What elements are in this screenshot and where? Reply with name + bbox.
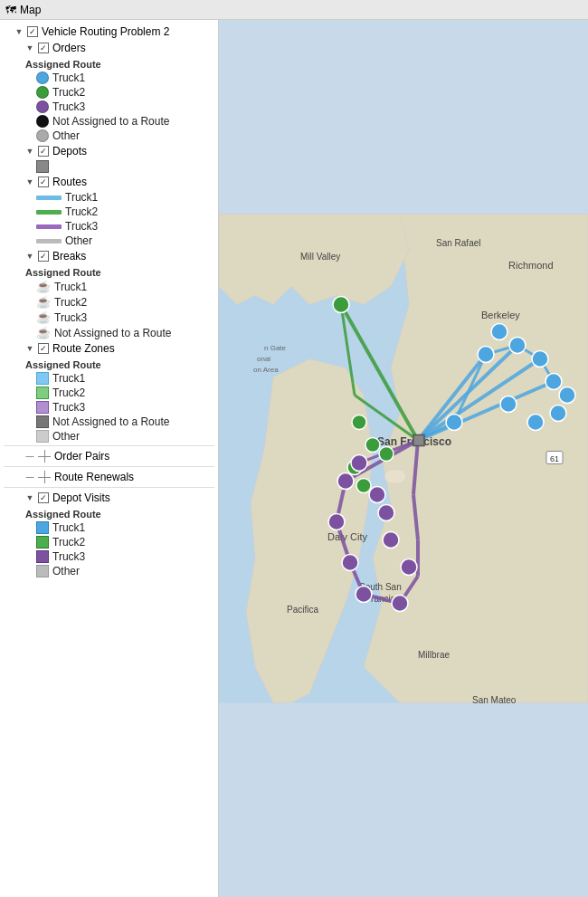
breaks-expand-arrow: ▼ bbox=[25, 252, 34, 261]
svg-text:on Area: on Area bbox=[253, 366, 279, 374]
orders-label: Orders bbox=[52, 42, 86, 54]
dv-truck1-label: Truck1 bbox=[52, 521, 85, 534]
svg-text:Richmond: Richmond bbox=[508, 260, 554, 271]
svg-text:Pacifica: Pacifica bbox=[287, 605, 318, 615]
svg-rect-65 bbox=[413, 435, 424, 446]
map-area[interactable]: Richmond Berkeley Mill Valley San Rafael… bbox=[219, 20, 588, 897]
svg-point-39 bbox=[333, 297, 349, 313]
depots-expand-arrow: ▼ bbox=[25, 147, 34, 156]
depots-checkbox[interactable] bbox=[38, 146, 49, 157]
breaks-label: Breaks bbox=[52, 250, 86, 262]
svg-point-62 bbox=[378, 505, 394, 521]
breaks-truck1-item: ☕ Truck1 bbox=[0, 279, 218, 294]
orders-truck3-symbol bbox=[36, 100, 49, 113]
depotvisits-assigned-route-label: Assigned Route bbox=[0, 506, 218, 520]
svg-point-1 bbox=[384, 470, 406, 484]
rz-notassigned-item: Not Assigned to a Route bbox=[0, 415, 218, 429]
root-expand-arrow: ▼ bbox=[14, 27, 24, 36]
rz-other-symbol bbox=[36, 430, 49, 443]
svg-text:Mill Valley: Mill Valley bbox=[300, 252, 340, 262]
svg-point-40 bbox=[352, 415, 366, 430]
routes-header[interactable]: ▼ Routes bbox=[0, 174, 218, 190]
rz-truck3-item: Truck3 bbox=[0, 400, 218, 415]
routerenewals-grid-icon bbox=[38, 471, 51, 483]
depotvisits-checkbox[interactable] bbox=[38, 492, 49, 503]
svg-text:San Rafael: San Rafael bbox=[436, 238, 480, 248]
orders-notassigned-symbol bbox=[36, 115, 49, 128]
divider-3 bbox=[4, 487, 214, 488]
orders-other-item: Other bbox=[0, 129, 218, 143]
dv-truck2-item: Truck2 bbox=[0, 535, 218, 549]
orders-truck1-label: Truck1 bbox=[52, 72, 85, 84]
routes-checkbox[interactable] bbox=[38, 177, 49, 187]
orderpairs-header[interactable]: — Order Pairs bbox=[0, 448, 218, 464]
routezones-header[interactable]: ▼ Route Zones bbox=[0, 340, 218, 357]
root-header[interactable]: ▼ Vehicle Routing Problem 2 bbox=[0, 24, 218, 40]
orders-truck2-symbol bbox=[36, 86, 49, 99]
depots-sym-item bbox=[0, 159, 218, 174]
rz-notassigned-symbol bbox=[36, 415, 49, 428]
breaks-assigned-route-label: Assigned Route bbox=[0, 264, 218, 279]
orders-truck3-item: Truck3 bbox=[0, 100, 218, 114]
routes-truck1-label: Truck1 bbox=[65, 191, 98, 204]
top-bar: 🗺 Map bbox=[0, 0, 588, 20]
orders-notassigned-label: Not Assigned to a Route bbox=[52, 115, 169, 128]
routerenewals-header[interactable]: — Route Renewals bbox=[0, 469, 218, 485]
routezones-checkbox[interactable] bbox=[38, 343, 49, 354]
orders-truck1-symbol bbox=[36, 72, 49, 84]
rz-truck1-label: Truck1 bbox=[52, 372, 85, 385]
routes-other-label: Other bbox=[65, 234, 92, 247]
orderpairs-expand-arrow: — bbox=[25, 452, 34, 461]
svg-point-63 bbox=[383, 532, 399, 549]
dv-truck3-label: Truck3 bbox=[52, 550, 85, 563]
breaks-truck3-item: ☕ Truck3 bbox=[0, 310, 218, 325]
depotvisits-header[interactable]: ▼ Depot Visits bbox=[0, 490, 218, 506]
divider-2 bbox=[4, 466, 214, 467]
breaks-truck1-icon: ☕ bbox=[36, 280, 51, 293]
depots-header[interactable]: ▼ Depots bbox=[0, 143, 218, 159]
breaks-notassigned-item: ☕ Not Assigned to a Route bbox=[0, 325, 218, 340]
breaks-header[interactable]: ▼ Breaks bbox=[0, 248, 218, 264]
orders-truck3-label: Truck3 bbox=[52, 100, 85, 113]
rz-truck3-symbol bbox=[36, 401, 49, 414]
breaks-notassigned-icon: ☕ bbox=[36, 326, 51, 339]
svg-point-55 bbox=[337, 473, 354, 490]
routes-other-item: Other bbox=[0, 234, 218, 248]
routes-expand-arrow: ▼ bbox=[25, 177, 34, 186]
routerenewals-expand-arrow: — bbox=[25, 472, 34, 482]
dv-truck3-symbol bbox=[36, 550, 49, 563]
main-layout: ▼ Vehicle Routing Problem 2 ▼ Orders Ass… bbox=[0, 20, 588, 897]
map-icon: 🗺 bbox=[5, 4, 16, 16]
svg-point-61 bbox=[369, 487, 385, 503]
svg-point-45 bbox=[446, 415, 462, 431]
top-bar-title: Map bbox=[20, 4, 41, 16]
routezones-label: Route Zones bbox=[52, 342, 115, 355]
svg-point-52 bbox=[550, 406, 566, 422]
svg-text:Daly City: Daly City bbox=[327, 531, 368, 542]
rz-truck1-item: Truck1 bbox=[0, 371, 218, 386]
svg-point-41 bbox=[365, 438, 380, 453]
routes-label: Routes bbox=[52, 176, 87, 188]
root-checkbox[interactable] bbox=[27, 26, 38, 37]
dv-truck1-item: Truck1 bbox=[0, 520, 218, 535]
rz-notassigned-label: Not Assigned to a Route bbox=[52, 415, 169, 428]
breaks-truck2-label: Truck2 bbox=[54, 296, 87, 309]
rz-truck2-symbol bbox=[36, 386, 49, 399]
routes-truck3-item: Truck3 bbox=[0, 219, 218, 234]
routes-truck1-symbol bbox=[36, 196, 62, 200]
orders-header[interactable]: ▼ Orders bbox=[0, 40, 218, 56]
orders-expand-arrow: ▼ bbox=[25, 43, 34, 52]
svg-point-42 bbox=[379, 447, 394, 462]
breaks-truck3-label: Truck3 bbox=[54, 311, 87, 324]
routes-truck2-symbol bbox=[36, 210, 62, 215]
svg-point-48 bbox=[509, 338, 526, 354]
depotvisits-expand-arrow: ▼ bbox=[25, 493, 34, 502]
legend-panel: ▼ Vehicle Routing Problem 2 ▼ Orders Ass… bbox=[0, 20, 219, 897]
svg-point-57 bbox=[342, 555, 358, 571]
svg-point-60 bbox=[351, 455, 367, 472]
breaks-truck2-icon: ☕ bbox=[36, 295, 51, 309]
orders-checkbox[interactable] bbox=[38, 43, 49, 53]
rz-other-label: Other bbox=[52, 430, 80, 443]
breaks-checkbox[interactable] bbox=[38, 251, 49, 262]
svg-point-58 bbox=[356, 587, 372, 603]
